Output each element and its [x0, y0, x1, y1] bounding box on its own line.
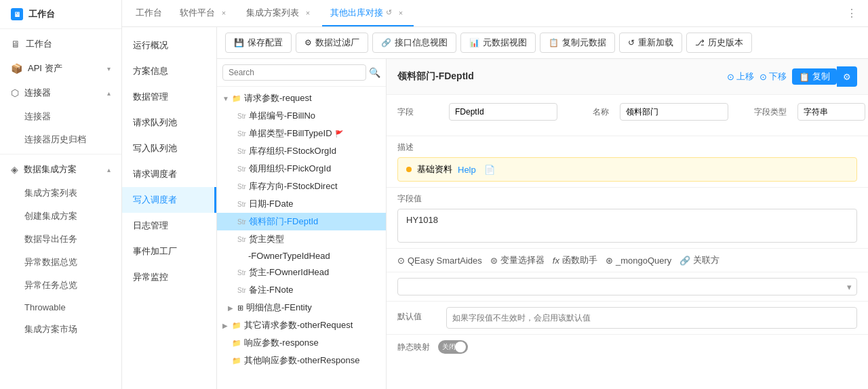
tree-node-other-response[interactable]: 📁 其他响应参数-otherResponse — [217, 352, 386, 369]
tree-node-other-request[interactable]: ▶ 📁 其它请求参数-otherRequest — [217, 316, 386, 334]
sidebar-item-label: 工作台 — [26, 38, 52, 50]
sidebar-item-data-integration[interactable]: ◈ 数据集成方案 ▴ — [0, 157, 121, 182]
tab-more-icon[interactable]: ⋮ — [841, 7, 863, 20]
sidebar-item-integration-list[interactable]: 集成方案列表 — [0, 182, 121, 205]
sidebar-item-market[interactable]: 集成方案市场 — [0, 318, 121, 341]
node-type-str: Str — [237, 218, 246, 226]
tab-workbench[interactable]: 工作台 — [127, 1, 170, 26]
nav-item-request-scheduler[interactable]: 请求调度者 — [122, 161, 216, 187]
tree-node-fnote[interactable]: Str 备注-FNote — [217, 281, 386, 299]
nav-item-scheme-info[interactable]: 方案信息 — [122, 58, 216, 84]
tree-node-fbillno[interactable]: Str 单据编号-FBillNo — [217, 107, 386, 125]
up-icon: ⊙ — [727, 72, 734, 82]
sidebar-item-export-task[interactable]: 数据导出任务 — [0, 228, 121, 251]
mongo-query-button[interactable]: ⊛ _mongoQuery — [606, 255, 671, 266]
move-down-button[interactable]: ⊙ 下移 — [760, 70, 787, 83]
history-label: 历史版本 — [708, 37, 743, 49]
search-icon[interactable]: 🔍 — [369, 67, 380, 78]
tree-container: ▼ 📁 请求参数-request Str 单据编号-FBillNo Str — [217, 87, 386, 389]
tab-close-icon[interactable]: × — [303, 8, 313, 18]
func-helper-button[interactable]: fx 函数助手 — [553, 254, 597, 266]
sidebar-item-label: API 资产 — [28, 62, 62, 75]
divider — [0, 154, 121, 155]
tree-node-fdeptid[interactable]: Str 领料部门-FDeptId — [217, 213, 386, 230]
nav-item-write-queue[interactable]: 写入队列池 — [122, 136, 216, 161]
copy-button[interactable]: 📋 复制 — [792, 68, 837, 85]
expr-select[interactable] — [397, 278, 857, 295]
left-sidebar: 🖥 工作台 🖥 工作台 📦 API 资产 ▾ ⬡ 连接器 ▴ 连接器 连接器历史… — [0, 0, 122, 389]
nav-item-request-queue[interactable]: 请求队列池 — [122, 110, 216, 136]
sidebar-item-connector-history[interactable]: 连接器历史归档 — [0, 128, 121, 151]
sidebar-item-create-integration[interactable]: 创建集成方案 — [0, 205, 121, 228]
nav-item-log-mgmt[interactable]: 日志管理 — [122, 213, 216, 239]
chevron-down-icon: ▾ — [107, 65, 111, 73]
meta-view-button[interactable]: 📊 元数据视图 — [460, 33, 536, 53]
sidebar-item-anomaly-overview[interactable]: 异常数据总览 — [0, 251, 121, 274]
static-toggle[interactable]: 关闭 — [438, 340, 468, 354]
node-type-str: Str — [237, 236, 246, 243]
tree-node-fdate[interactable]: Str 日期-FDate — [217, 195, 386, 213]
tab-integration-list[interactable]: 集成方案列表 × — [238, 1, 321, 26]
meta-icon: 📊 — [469, 38, 479, 47]
sidebar-item-throwable[interactable]: Throwable — [0, 297, 121, 318]
settings-button[interactable]: ⚙ — [837, 66, 857, 87]
tree-node-fstockorgid[interactable]: Str 库存组织-FStockOrgId — [217, 142, 386, 160]
sidebar-sub-label: 异常任务总览 — [24, 279, 77, 291]
sidebar-item-workbench[interactable]: 🖥 工作台 — [0, 32, 121, 56]
sidebar-item-connector-sub[interactable]: 连接器 — [0, 105, 121, 128]
nav-item-data-mgmt[interactable]: 数据管理 — [122, 84, 216, 110]
desc-section: 描述 基础资料 Help 📄 — [387, 136, 868, 188]
logo-workbench[interactable]: 🖥 工作台 — [0, 0, 121, 29]
history-button[interactable]: ⎇ 历史版本 — [686, 33, 752, 53]
field-input[interactable] — [449, 103, 557, 121]
tree-node-label: -FOwnerTypeIdHead — [248, 251, 330, 261]
name-input[interactable] — [620, 103, 728, 121]
tree-node-fpickorgid[interactable]: Str 领用组织-FPickOrgId — [217, 160, 386, 178]
folder-icon: 📁 — [232, 339, 241, 348]
tree-node-label: 备注-FNote — [249, 284, 294, 296]
tree-node-label: 库存组织-FStockOrgId — [249, 145, 336, 157]
related-button[interactable]: 🔗 关联方 — [679, 254, 719, 266]
copy-label: 复制 — [812, 70, 830, 83]
folder-icon: 📁 — [232, 321, 241, 330]
interface-view-button[interactable]: 🔗 接口信息视图 — [372, 33, 456, 53]
tab-label: 软件平台 — [180, 7, 215, 19]
tab-software[interactable]: 软件平台 × — [172, 1, 237, 26]
reload-icon[interactable]: ↺ — [386, 8, 392, 17]
reload-icon: ↺ — [628, 38, 635, 47]
nav-item-anomaly-monitor[interactable]: 异常监控 — [122, 264, 216, 290]
default-input[interactable] — [446, 307, 857, 329]
doc-icon[interactable]: 📄 — [484, 165, 495, 175]
sidebar-item-api-assets[interactable]: 📦 API 资产 ▾ — [0, 56, 121, 81]
tree-node-fownertype2[interactable]: -FOwnerTypeIdHead — [217, 248, 386, 264]
copy-meta-button[interactable]: 📋 复制元数据 — [540, 33, 615, 53]
sidebar-item-connector[interactable]: ⬡ 连接器 ▴ — [0, 81, 121, 105]
type-input[interactable] — [797, 103, 865, 121]
field-val-content: HY1018 — [406, 215, 438, 225]
tree-node-fownertype[interactable]: Str 货主类型 — [217, 230, 386, 248]
tree-node-label: 领料部门-FDeptId — [249, 216, 319, 228]
expr-section — [387, 272, 868, 302]
nav-item-event-factory[interactable]: 事件加工厂 — [122, 239, 216, 264]
tab-close-icon[interactable]: × — [219, 8, 229, 18]
desc-help-link[interactable]: Help — [458, 165, 476, 175]
tree-node-fownerid[interactable]: Str 货主-FOwnerIdHead — [217, 264, 386, 281]
var-selector-button[interactable]: ⊜ 变量选择器 — [490, 254, 545, 266]
tree-node-fstockdirect[interactable]: Str 库存方向-FStockDirect — [217, 178, 386, 195]
save-config-button[interactable]: 💾 保存配置 — [225, 33, 292, 53]
nav-item-label: 日志管理 — [133, 220, 168, 230]
move-up-button[interactable]: ⊙ 上移 — [727, 70, 754, 83]
data-filter-button[interactable]: ⚙ 数据过滤厂 — [296, 33, 368, 53]
tab-other-db[interactable]: 其他出库对接 ↺ × — [322, 1, 414, 26]
nav-item-run-overview[interactable]: 运行概况 — [122, 33, 216, 58]
tree-node-fentity[interactable]: ▶ ⊞ 明细信息-FEntity — [217, 299, 386, 316]
tab-close-icon[interactable]: × — [396, 8, 406, 18]
tree-node-response[interactable]: 📁 响应参数-response — [217, 334, 386, 352]
qeasy-button[interactable]: ⊙ QEasy SmartAides — [397, 255, 482, 266]
search-input[interactable] — [222, 64, 366, 81]
tree-node-fbilltypeid[interactable]: Str 单据类型-FBillTypeID 🚩 — [217, 125, 386, 142]
tree-node-request-params[interactable]: ▼ 📁 请求参数-request — [217, 89, 386, 107]
nav-item-write-scheduler[interactable]: 写入调度者 — [122, 187, 216, 213]
sidebar-item-anomaly-task[interactable]: 异常任务总览 — [0, 274, 121, 297]
reload-button[interactable]: ↺ 重新加载 — [619, 33, 682, 53]
